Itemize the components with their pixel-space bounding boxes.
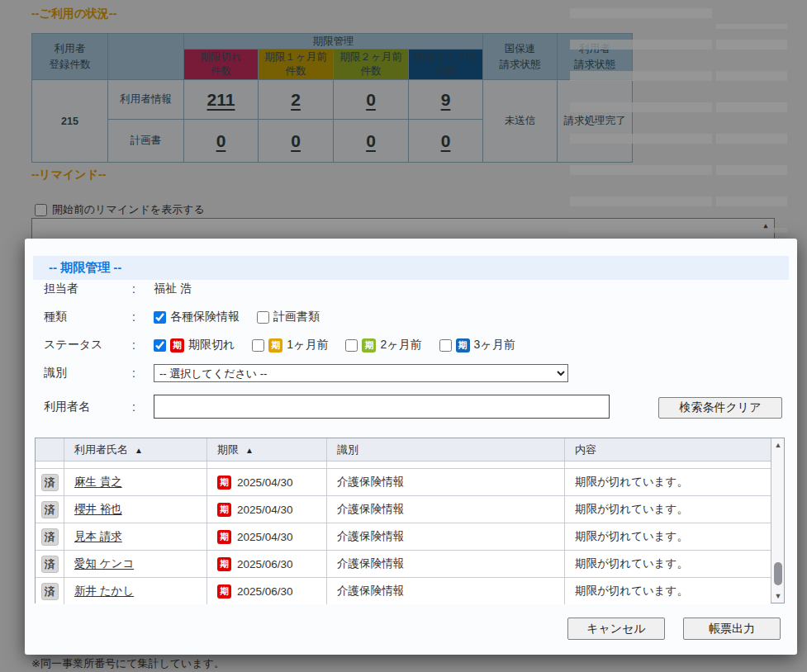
- scrollbar-thumb[interactable]: [774, 562, 782, 585]
- done-column-header: [36, 438, 64, 461]
- two-month-checkbox[interactable]: [345, 339, 358, 352]
- deadline-badge-icon: 期: [217, 530, 231, 544]
- row-category: 介護保険情報: [327, 551, 565, 577]
- user-name-link[interactable]: 麻生 貴之: [74, 475, 122, 490]
- deadline-badge-icon: 期: [217, 557, 231, 571]
- row-category: 介護保険情報: [327, 496, 565, 523]
- dialog-title-band: -- 期限管理 --: [33, 256, 789, 280]
- deadline-badge-icon: 期: [217, 476, 231, 490]
- insurance-checkbox-label: 各種保険情報: [170, 310, 240, 324]
- kind-label: 種類: [44, 310, 132, 324]
- two-month-label: 2ヶ月前: [380, 338, 421, 353]
- deadline-badge-icon: 期: [268, 338, 282, 353]
- row-content: 期限が切れています。: [565, 496, 771, 523]
- table-row: 済 新井 たかし 期2025/06/30 介護保険情報 期限が切れています。: [36, 577, 771, 604]
- done-stamp-button[interactable]: 済: [41, 583, 59, 600]
- row-category: 介護保険情報: [327, 469, 565, 495]
- status-option-expired[interactable]: 期 期限切れ: [154, 338, 235, 353]
- sort-asc-icon: ▲: [245, 446, 254, 455]
- expired-label: 期限切れ: [188, 338, 235, 353]
- deadline-results-table: 利用者氏名▲ 期限▲ 識別 内容 済 麻生 貴之 期2025/04/30 介護保…: [35, 438, 785, 603]
- sort-asc-icon: ▲: [135, 446, 143, 455]
- deadline-badge-icon: 期: [170, 338, 184, 353]
- staff-value: 福祉 浩: [154, 282, 192, 296]
- staff-label: 担当者: [44, 282, 132, 296]
- three-month-checkbox[interactable]: [439, 339, 452, 352]
- scroll-up-icon[interactable]: ▲: [771, 441, 785, 449]
- status-option-1month[interactable]: 期 1ヶ月前: [252, 338, 328, 353]
- dialog-title: -- 期限管理 --: [49, 260, 121, 276]
- username-label: 利用者名: [44, 400, 132, 414]
- row-category: 介護保険情報: [327, 523, 565, 550]
- deadline-badge-icon: 期: [362, 338, 376, 353]
- row-content: 期限が切れています。: [565, 578, 771, 604]
- table-row: 済 麻生 貴之 期2025/04/30 介護保険情報 期限が切れています。: [36, 468, 771, 495]
- one-month-label: 1ヶ月前: [287, 338, 328, 353]
- category-select[interactable]: -- 選択してください --: [154, 364, 568, 382]
- done-stamp-button[interactable]: 済: [41, 556, 59, 573]
- plan-docs-checkbox-label: 計画書類: [273, 310, 320, 324]
- plan-docs-checkbox[interactable]: [257, 311, 269, 324]
- kind-option-plan-docs[interactable]: 計画書類: [257, 310, 320, 324]
- deadline-column-header[interactable]: 期限▲: [207, 438, 327, 461]
- done-stamp-button[interactable]: 済: [41, 501, 59, 518]
- deadline-date: 2025/04/30: [237, 531, 293, 543]
- clear-search-button[interactable]: 検索条件クリア: [658, 397, 782, 419]
- user-name-link[interactable]: 新井 たかし: [74, 584, 134, 599]
- row-category: 介護保険情報: [327, 578, 565, 604]
- status-option-2month[interactable]: 期 2ヶ月前: [345, 338, 421, 353]
- page-background: --ご利用の状況-- 利用者 登録件数 期限管理 国保連 請求状態 利用者 請求…: [0, 0, 807, 672]
- status-option-3month[interactable]: 期 3ヶ月前: [439, 338, 515, 353]
- done-stamp-button[interactable]: 済: [41, 474, 59, 491]
- deadline-management-dialog: -- 期限管理 -- 担当者 : 福祉 浩 種類 : 各種保険情報 計画書類: [25, 239, 797, 655]
- table-row: 済 見本 請求 期2025/04/30 介護保険情報 期限が切れています。: [36, 523, 771, 550]
- table-row: 済 愛知 ケンコ 期2025/06/30 介護保険情報 期限が切れています。: [36, 550, 771, 577]
- name-column-header[interactable]: 利用者氏名▲: [64, 438, 207, 461]
- results-table-header: 利用者氏名▲ 期限▲ 識別 内容: [36, 438, 771, 461]
- expired-checkbox[interactable]: [154, 339, 166, 352]
- colon: :: [132, 400, 154, 414]
- table-scrollbar[interactable]: ▲ ▼: [771, 438, 784, 603]
- category-label: 識別: [44, 366, 132, 381]
- done-stamp-button[interactable]: 済: [41, 528, 59, 546]
- deadline-date: 2025/04/30: [237, 504, 293, 516]
- status-label: ステータス: [44, 338, 132, 353]
- deadline-badge-icon: 期: [456, 338, 470, 353]
- user-name-link[interactable]: 櫻井 裕也: [74, 502, 122, 517]
- row-content: 期限が切れています。: [565, 469, 771, 495]
- deadline-date: 2025/06/30: [237, 585, 293, 598]
- deadline-date: 2025/04/30: [237, 476, 293, 489]
- insurance-checkbox[interactable]: [154, 311, 166, 324]
- deadline-badge-icon: 期: [217, 503, 231, 517]
- deadline-badge-icon: 期: [217, 584, 231, 599]
- deadline-date: 2025/06/30: [237, 558, 293, 570]
- three-month-label: 3ヶ月前: [474, 338, 515, 353]
- table-row: 済 櫻井 裕也 期2025/04/30 介護保険情報 期限が切れています。: [36, 495, 771, 523]
- username-input[interactable]: [154, 395, 610, 419]
- one-month-checkbox[interactable]: [252, 339, 264, 352]
- row-content: 期限が切れています。: [565, 551, 771, 577]
- cancel-button[interactable]: キャンセル: [567, 618, 665, 640]
- user-name-link[interactable]: 愛知 ケンコ: [74, 556, 134, 571]
- table-header-gap: [36, 461, 771, 468]
- scroll-down-icon[interactable]: ▼: [771, 592, 785, 600]
- row-content: 期限が切れています。: [565, 523, 771, 550]
- kind-option-insurance[interactable]: 各種保険情報: [154, 310, 240, 324]
- colon: :: [132, 282, 154, 296]
- report-export-button[interactable]: 帳票出力: [683, 618, 781, 640]
- colon: :: [132, 367, 154, 380]
- colon: :: [132, 338, 154, 352]
- content-column-header[interactable]: 内容: [565, 438, 771, 461]
- colon: :: [132, 310, 154, 324]
- category-column-header[interactable]: 識別: [327, 438, 565, 461]
- user-name-link[interactable]: 見本 請求: [74, 529, 122, 544]
